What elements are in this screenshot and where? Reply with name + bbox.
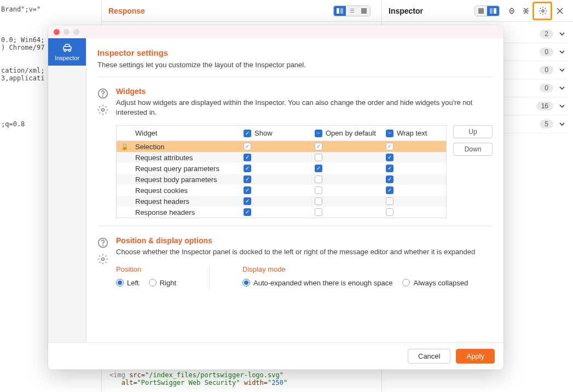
gear-icon[interactable] <box>97 104 108 115</box>
svg-rect-0 <box>337 8 339 14</box>
table-row[interactable]: Response headers ✓ <box>117 207 446 218</box>
position-desc: Choose whether the Inspector panel is do… <box>116 247 493 257</box>
svg-point-8 <box>64 49 66 51</box>
widget-name-label: Request cookies <box>133 186 238 195</box>
chevron-down-icon[interactable] <box>559 103 565 109</box>
widget-name-label: Request headers <box>133 197 238 206</box>
checkbox-icon[interactable] <box>315 154 322 161</box>
widget-name-label: Request body parameters <box>133 175 238 184</box>
divider <box>97 226 493 226</box>
svg-point-11 <box>103 96 103 96</box>
close-icon[interactable] <box>553 4 566 17</box>
svg-rect-5 <box>494 8 496 14</box>
help-icon[interactable] <box>97 237 108 248</box>
checkbox-icon[interactable]: ✓ <box>386 143 393 150</box>
checkbox-icon[interactable]: ✓ <box>244 130 251 137</box>
checkbox-icon[interactable] <box>315 208 322 216</box>
checkbox-indeterminate-icon[interactable]: − <box>386 130 393 137</box>
checkbox-icon[interactable]: ✓ <box>386 154 393 161</box>
gear-icon[interactable] <box>97 254 108 265</box>
view-seg-1-icon[interactable] <box>475 6 487 16</box>
checkbox-icon[interactable]: ✓ <box>386 175 393 183</box>
window-max-dot[interactable] <box>73 29 79 35</box>
collapse-icon[interactable] <box>519 4 533 17</box>
table-row[interactable]: Request query parameters ✓ ✓ ✓ <box>117 163 446 174</box>
col-show[interactable]: ✓Show <box>238 129 309 137</box>
window-min-dot[interactable] <box>63 29 70 35</box>
checkbox-icon[interactable]: ✓ <box>386 186 393 194</box>
count-badge: 0 <box>540 48 553 56</box>
modal-titlebar[interactable] <box>48 25 503 38</box>
chevron-down-icon[interactable] <box>559 121 565 127</box>
inspector-settings-modal: Inspector Inspector settings These setti… <box>48 25 503 370</box>
position-title: Position & display options <box>116 236 493 245</box>
table-row[interactable]: Request headers ✓ <box>117 196 446 207</box>
lock-icon: 🔒 <box>117 143 133 150</box>
table-row[interactable]: 🔒 Selection ✓ ✓ ✓ <box>117 141 446 152</box>
checkbox-icon[interactable]: ✓ <box>244 186 251 194</box>
svg-rect-4 <box>490 8 493 14</box>
widget-name-label: Selection <box>133 143 238 151</box>
checkbox-icon[interactable] <box>315 186 322 194</box>
settings-desc: These settings let you customize the lay… <box>97 61 493 69</box>
view-list-icon[interactable]: ☰ <box>346 6 358 16</box>
settings-gear-highlighted[interactable] <box>533 2 552 20</box>
response-view-toggle[interactable]: ☰ <box>333 5 371 16</box>
expand-icon[interactable] <box>505 4 518 17</box>
table-row[interactable]: Request body parameters ✓ ✓ <box>117 174 446 185</box>
chevron-down-icon[interactable] <box>559 31 565 37</box>
response-panel-header: Response ☰ <box>102 0 381 22</box>
down-button[interactable]: Down <box>453 143 493 156</box>
col-wrap[interactable]: −Wrap text <box>380 129 446 137</box>
count-badge: 2 <box>540 30 553 38</box>
view-full-icon[interactable] <box>358 6 370 16</box>
widgets-desc: Adjust how widgets are displayed within … <box>116 98 493 118</box>
sidebar-tab-label: Inspector <box>55 55 79 61</box>
checkbox-icon[interactable]: ✓ <box>386 165 393 172</box>
widgets-title: Widgets <box>116 87 493 96</box>
widget-name-label: Response headers <box>133 208 238 217</box>
response-title: Response <box>108 7 145 15</box>
view-seg-2-icon[interactable] <box>487 6 499 16</box>
table-row[interactable]: Request attributes ✓ ✓ <box>117 152 446 163</box>
window-close-dot[interactable] <box>54 29 60 35</box>
chevron-down-icon[interactable] <box>559 49 565 55</box>
help-icon[interactable] <box>97 88 108 99</box>
inspector-view-toggle[interactable] <box>474 5 500 16</box>
svg-point-9 <box>68 49 71 51</box>
checkbox-icon[interactable]: ✓ <box>244 143 251 150</box>
widgets-table: Widget ✓Show −Open by default −Wrap text… <box>116 125 447 218</box>
table-row[interactable]: Request cookies ✓ ✓ <box>117 185 446 196</box>
checkbox-icon[interactable]: ✓ <box>244 154 251 161</box>
table-header: Widget ✓Show −Open by default −Wrap text <box>117 126 446 141</box>
col-open[interactable]: −Open by default <box>309 129 380 137</box>
chevron-down-icon[interactable] <box>559 67 565 73</box>
checkbox-icon[interactable]: ✓ <box>244 208 251 216</box>
checkbox-indeterminate-icon[interactable]: − <box>315 130 322 137</box>
up-button[interactable]: Up <box>453 125 493 138</box>
checkbox-icon[interactable]: ✓ <box>244 197 251 205</box>
checkbox-icon[interactable] <box>315 175 322 183</box>
checkbox-icon[interactable]: ✓ <box>315 143 322 150</box>
checkbox-icon[interactable]: ✓ <box>244 175 251 183</box>
sidebar-tab-inspector[interactable]: Inspector <box>48 38 86 66</box>
checkbox-icon[interactable] <box>386 208 393 216</box>
cancel-button[interactable]: Cancel <box>408 349 450 364</box>
position-right-radio[interactable]: Right <box>149 279 176 287</box>
view-split-icon[interactable] <box>334 6 346 16</box>
position-left-radio[interactable]: Left <box>116 279 139 287</box>
display-auto-radio[interactable]: Auto-expanded when there is enough space <box>242 279 392 287</box>
inspector-panel-header: Inspector <box>382 0 573 22</box>
code-fragment-bottom: <img src="/index_files/portswigger-logo.… <box>109 371 387 387</box>
checkbox-icon[interactable] <box>315 197 322 205</box>
checkbox-icon[interactable] <box>386 197 393 205</box>
chevron-down-icon[interactable] <box>559 85 565 91</box>
display-collapsed-radio[interactable]: Always collapsed <box>402 279 468 287</box>
checkbox-icon[interactable]: ✓ <box>244 165 251 172</box>
apply-button[interactable]: Apply <box>456 349 495 364</box>
checkbox-icon[interactable]: ✓ <box>315 165 322 172</box>
gear-icon[interactable] <box>536 4 549 17</box>
svg-rect-1 <box>340 8 343 14</box>
display-mode-header: Display mode <box>242 265 468 273</box>
divider <box>97 77 493 77</box>
